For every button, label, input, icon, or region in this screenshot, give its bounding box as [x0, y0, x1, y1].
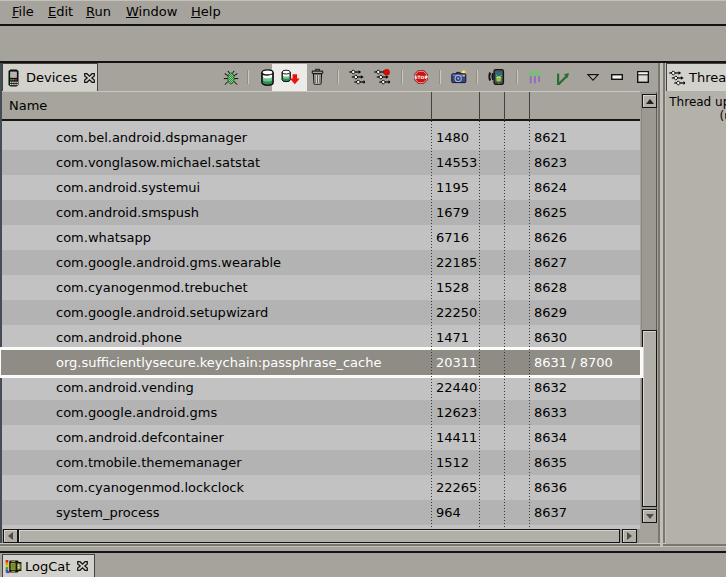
- minimize-button[interactable]: [607, 67, 627, 87]
- screen-capture-button[interactable]: [449, 67, 469, 87]
- header-column-divider[interactable]: [529, 92, 530, 120]
- toolbar-separator: [516, 70, 518, 84]
- debug-process-button[interactable]: [221, 67, 241, 87]
- view-menu-button[interactable]: [583, 67, 603, 87]
- table-rows: com.bel.android.dspmanager 1480 8621 com…: [1, 125, 640, 525]
- tab-devices-label: Devices: [26, 70, 77, 85]
- horizontal-scrollbar[interactable]: [1, 529, 639, 543]
- maximize-button[interactable]: [633, 67, 653, 87]
- pane-bottom-bevel: [0, 546, 726, 547]
- menu-edit[interactable]: Edit: [48, 0, 73, 24]
- header-column-divider[interactable]: [479, 92, 480, 120]
- table-row[interactable]: com.android.vending 22440 8632: [1, 375, 640, 400]
- table-row[interactable]: com.cyanogenmod.trebuchet 1528 8628: [1, 275, 640, 300]
- logcat-folder: LogCat: [0, 553, 726, 577]
- table-row[interactable]: com.vonglasow.michael.satstat 14553 8623: [1, 150, 640, 175]
- threads-message: Thread updates not enabled for selected …: [668, 95, 726, 123]
- table-row[interactable]: com.google.android.setupwizard 22250 862…: [1, 300, 640, 325]
- close-icon[interactable]: [84, 73, 95, 83]
- threads-icon: [669, 70, 685, 86]
- stop-process-button[interactable]: STOP: [411, 67, 431, 87]
- header-column-divider[interactable]: [504, 92, 505, 120]
- table-row[interactable]: com.android.systemui 1195 8624: [1, 175, 640, 200]
- threads-pane: Threads Thread updates not enabled for s…: [663, 63, 726, 546]
- threads-content: Thread updates not enabled for selected …: [666, 91, 726, 544]
- tab-logcat-label: LogCat: [25, 559, 70, 574]
- tab-threads[interactable]: Threads: [666, 63, 726, 91]
- table-row[interactable]: com.android.defcontainer 14411 8634: [1, 425, 640, 450]
- table-row[interactable]: com.android.phone 1471 8630: [1, 325, 640, 350]
- menu-window[interactable]: Window: [126, 0, 177, 24]
- column-divider-line: [479, 121, 480, 529]
- logcat-icon: [5, 559, 22, 574]
- table-row[interactable]: org.sufficientlysecure.keychain:passphra…: [1, 350, 640, 375]
- column-divider-line: [431, 121, 432, 529]
- table-row[interactable]: com.google.android.gms 12623 8633: [1, 400, 640, 425]
- menubar-separator: [0, 24, 726, 26]
- tab-threads-label: Threads: [689, 70, 726, 85]
- tab-devices[interactable]: Devices: [2, 63, 98, 91]
- device-view-button[interactable]: [486, 67, 506, 87]
- table-row[interactable]: com.whatsapp 6716 8626: [1, 225, 640, 250]
- scroll-left-button[interactable]: [3, 529, 18, 543]
- toolbar-separator: [439, 70, 441, 84]
- scroll-right-button[interactable]: [622, 529, 637, 543]
- process-table: com.bel.android.dspmanager 1480 8621 com…: [1, 121, 640, 529]
- table-row[interactable]: com.cyanogenmod.lockclock 22265 8636: [1, 475, 640, 500]
- column-name[interactable]: Name: [9, 92, 47, 119]
- menu-run[interactable]: Run: [86, 0, 111, 24]
- table-row[interactable]: com.tmobile.thememanager 1512 8635: [1, 450, 640, 475]
- close-icon[interactable]: [77, 561, 88, 571]
- update-threads-button[interactable]: [347, 67, 367, 87]
- device-icon: [8, 69, 19, 87]
- tab-logcat[interactable]: LogCat: [2, 554, 95, 577]
- menu-bar: File Edit Run Window Help: [0, 0, 726, 24]
- table-row[interactable]: com.android.smspush 1679 8625: [1, 200, 640, 225]
- vertical-scrollbar-thumb[interactable]: [642, 330, 657, 507]
- update-heap-button[interactable]: [257, 67, 277, 87]
- menu-help[interactable]: Help: [191, 0, 221, 24]
- vertical-scrollbar[interactable]: [641, 92, 657, 523]
- toolbar-separator: [247, 70, 249, 84]
- capture-systrace-button[interactable]: [525, 67, 545, 87]
- devices-pane: Devices: [0, 63, 660, 546]
- header-column-divider[interactable]: [431, 92, 432, 120]
- pane-border: [0, 63, 2, 544]
- horizontal-scrollbar-thumb[interactable]: [18, 529, 620, 543]
- start-method-profiling-button[interactable]: [372, 67, 392, 87]
- toolbar-separator: [337, 70, 339, 84]
- column-divider-line: [529, 121, 530, 529]
- scroll-up-button[interactable]: [642, 94, 657, 108]
- cause-gc-button[interactable]: [307, 67, 327, 87]
- scroll-down-button[interactable]: [642, 509, 657, 523]
- column-divider-line: [504, 121, 505, 529]
- toolbar-separator: [401, 70, 403, 84]
- open-trace-button[interactable]: [553, 67, 573, 87]
- toolbar-separator: [476, 70, 478, 84]
- svg-text:STOP: STOP: [414, 75, 428, 80]
- menu-file[interactable]: File: [12, 0, 34, 24]
- dump-hprof-button[interactable]: [281, 67, 301, 87]
- table-row[interactable]: com.bel.android.dspmanager 1480 8621: [1, 125, 640, 150]
- table-row[interactable]: com.google.android.gms.wearable 22185 86…: [1, 250, 640, 275]
- table-header[interactable]: Name: [1, 91, 640, 121]
- table-row[interactable]: system_process 964 8637: [1, 500, 640, 525]
